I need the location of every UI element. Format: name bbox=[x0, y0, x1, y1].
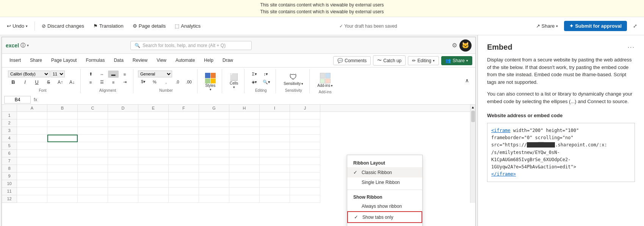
name-box[interactable]: B4 bbox=[4, 96, 31, 104]
grid-cell[interactable] bbox=[199, 135, 229, 142]
sort-filter-button[interactable]: ↕▾ bbox=[260, 71, 271, 78]
grid-cell[interactable] bbox=[47, 180, 78, 188]
grid-cell[interactable] bbox=[108, 119, 138, 127]
grid-cell[interactable] bbox=[17, 195, 47, 203]
panel-more-button[interactable]: ··· bbox=[628, 44, 635, 51]
grid-cell[interactable] bbox=[47, 135, 78, 142]
grid-cell[interactable] bbox=[199, 165, 229, 173]
share-excel-button[interactable]: 👥 Share ▾ bbox=[441, 56, 472, 65]
grid-cell[interactable] bbox=[108, 135, 138, 142]
show-tabs-only-item[interactable]: ✓ Show tabs only bbox=[347, 211, 422, 223]
tab-help[interactable]: Help bbox=[199, 55, 218, 66]
grid-cell[interactable] bbox=[47, 188, 78, 195]
submit-approval-button[interactable]: ✦ Submit for approval bbox=[564, 21, 627, 31]
grid-cell[interactable] bbox=[260, 165, 290, 173]
comma-button[interactable]: , bbox=[161, 78, 171, 85]
align-center-button[interactable]: ☰ bbox=[97, 78, 107, 86]
grid-cell[interactable] bbox=[260, 180, 290, 188]
grid-cell[interactable] bbox=[108, 127, 138, 135]
grid-cell[interactable] bbox=[229, 188, 260, 195]
grid-cell[interactable] bbox=[47, 195, 78, 203]
grid-cell[interactable] bbox=[17, 188, 47, 195]
grid-cell[interactable] bbox=[138, 157, 169, 165]
grid-cell[interactable] bbox=[260, 119, 290, 127]
discard-changes-button[interactable]: ⊘ Discard changes bbox=[39, 22, 87, 30]
grid-cell[interactable] bbox=[260, 150, 290, 157]
grid-cell[interactable] bbox=[199, 112, 229, 119]
grid-cell[interactable] bbox=[290, 127, 320, 135]
grid-cell[interactable] bbox=[47, 157, 78, 165]
classic-ribbon-item[interactable]: ✓ Classic Ribbon bbox=[347, 167, 422, 177]
font-name-select[interactable]: Calibri (Body) bbox=[8, 71, 50, 77]
grid-cell[interactable] bbox=[169, 127, 199, 135]
grid-cell[interactable] bbox=[229, 157, 260, 165]
indent-button[interactable]: ⇥ bbox=[119, 78, 130, 86]
cells-button[interactable]: ⬜ Cells ▾ bbox=[227, 71, 241, 91]
grid-cell[interactable] bbox=[199, 150, 229, 157]
grid-cell[interactable] bbox=[199, 142, 229, 150]
grid-cell[interactable] bbox=[47, 112, 78, 119]
grid-cell[interactable] bbox=[78, 180, 108, 188]
decrease-font-button[interactable]: A↓ bbox=[67, 78, 77, 86]
grid-cell[interactable] bbox=[138, 119, 169, 127]
find-select-button[interactable]: 🔍▾ bbox=[260, 78, 273, 86]
scroll-up-arrow[interactable]: ▲ bbox=[471, 105, 475, 109]
undo-button[interactable]: ↩ Undo ▾ bbox=[4, 22, 31, 30]
page-details-button[interactable]: ⚙ Page details bbox=[130, 22, 169, 30]
grid-cell[interactable] bbox=[290, 173, 320, 180]
strikethrough-button[interactable]: S bbox=[43, 78, 54, 86]
grid-cell[interactable] bbox=[260, 188, 290, 195]
grid-cell[interactable] bbox=[260, 135, 290, 142]
grid-cell[interactable] bbox=[290, 112, 320, 119]
grid-cell[interactable] bbox=[229, 127, 260, 135]
grid-cell[interactable] bbox=[47, 173, 78, 180]
grid-cell[interactable] bbox=[78, 150, 108, 157]
font-size-select[interactable]: 11 bbox=[50, 71, 65, 77]
tab-share[interactable]: Share bbox=[25, 55, 47, 66]
scroll-thumb[interactable] bbox=[471, 111, 475, 122]
single-line-ribbon-item[interactable]: Single Line Ribbon bbox=[347, 177, 422, 187]
grid-cell[interactable] bbox=[199, 127, 229, 135]
grid-cell[interactable] bbox=[138, 188, 169, 195]
grid-cell[interactable] bbox=[229, 173, 260, 180]
comments-button[interactable]: 💬 Comments bbox=[333, 56, 371, 65]
tab-view[interactable]: View bbox=[152, 55, 171, 66]
avatar[interactable]: 🐱 bbox=[459, 39, 472, 52]
wrap-text-button[interactable]: ≡ bbox=[119, 71, 130, 78]
grid-cell[interactable] bbox=[229, 142, 260, 150]
grid-cell[interactable] bbox=[229, 195, 260, 203]
currency-button[interactable]: $▾ bbox=[138, 78, 149, 85]
grid-cell[interactable] bbox=[169, 142, 199, 150]
grid-cell[interactable] bbox=[290, 188, 320, 195]
grid-cell[interactable] bbox=[138, 142, 169, 150]
grid-cell[interactable] bbox=[229, 135, 260, 142]
grid-cell[interactable] bbox=[199, 173, 229, 180]
grid-cell[interactable] bbox=[169, 112, 199, 119]
analytics-button[interactable]: ⬚ Analytics bbox=[172, 22, 204, 30]
grid-cell[interactable] bbox=[260, 157, 290, 165]
italic-button[interactable]: I bbox=[20, 78, 30, 86]
grid-cell[interactable] bbox=[290, 142, 320, 150]
grid-cell[interactable] bbox=[108, 142, 138, 150]
grid-cell[interactable] bbox=[138, 127, 169, 135]
editing-button[interactable]: ✏ Editing ▾ bbox=[408, 56, 439, 65]
grid-cell[interactable] bbox=[78, 188, 108, 195]
grid-cell[interactable] bbox=[108, 165, 138, 173]
grid-cell[interactable] bbox=[260, 173, 290, 180]
grid-cell[interactable] bbox=[260, 142, 290, 150]
grid-cell[interactable] bbox=[17, 119, 47, 127]
grid-cell[interactable] bbox=[108, 173, 138, 180]
tab-draw[interactable]: Draw bbox=[218, 55, 238, 66]
grid-cell[interactable] bbox=[78, 157, 108, 165]
grid-cell[interactable] bbox=[138, 150, 169, 157]
grid-cell[interactable] bbox=[78, 127, 108, 135]
grid-cell[interactable] bbox=[229, 119, 260, 127]
tab-automate[interactable]: Automate bbox=[171, 55, 199, 66]
grid-cell[interactable] bbox=[17, 112, 47, 119]
grid-cell[interactable] bbox=[17, 135, 47, 142]
grid-cell[interactable] bbox=[199, 119, 229, 127]
grid-cell[interactable] bbox=[260, 112, 290, 119]
grid-cell[interactable] bbox=[17, 165, 47, 173]
grid-cell[interactable] bbox=[199, 180, 229, 188]
increase-font-button[interactable]: A↑ bbox=[55, 78, 66, 86]
